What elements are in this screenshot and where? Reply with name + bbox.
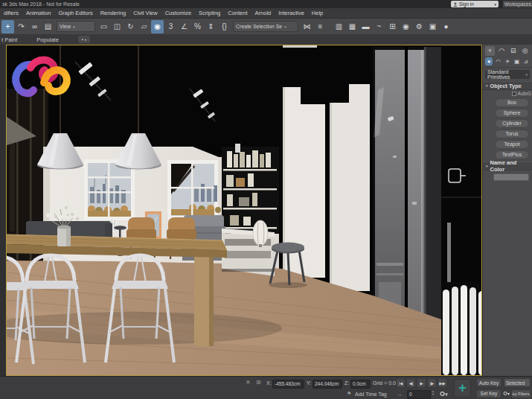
menu-item[interactable]: Help [308,8,327,18]
selection-lock-icon[interactable]: ✕ [246,379,251,386]
ribbon-tab[interactable]: t Paint [1,36,17,43]
workspaces-button[interactable]: Workspaces: D [503,1,532,7]
x-label: X: [266,380,272,386]
primitive-button[interactable]: Sphere [495,109,529,118]
primitive-button[interactable]: Box [495,98,529,107]
create-tab-icon[interactable]: + [485,46,495,56]
menu-item[interactable]: Animation [22,8,54,18]
set-key-button[interactable]: Set Key [476,389,501,398]
key-filter-icon[interactable] [503,390,510,397]
caret-down-icon: ▾ [85,38,86,42]
frame-spinner[interactable]: ▴▾ [432,390,434,396]
menu-item[interactable]: Arnold [251,8,275,18]
name-color-rollout[interactable]: ▾ Name and Color [483,162,532,170]
menu-item[interactable]: Content [224,8,251,18]
next-frame-icon[interactable]: |▶ [427,378,437,388]
mirror-icon[interactable]: ⋈ [301,20,313,33]
menu-item[interactable]: Rendering [97,8,130,18]
perspective-viewport[interactable] [6,45,482,376]
reference-coordinate-dropdown[interactable]: View ▾ [57,21,95,32]
geometry-category-icon[interactable]: ● [485,57,493,66]
percent-snap-icon[interactable]: % [191,20,204,33]
select-and-move-icon[interactable]: + [1,20,14,33]
select-by-name-icon[interactable]: ▤ [42,20,54,33]
curve-editor-icon[interactable]: ~ [373,20,385,33]
align-icon[interactable]: ≡ [314,20,327,33]
primitive-button[interactable]: Torus [495,130,529,138]
rendered-frame-icon[interactable]: ▣ [426,20,439,33]
window-crossing-icon[interactable]: ◫ [111,20,124,33]
create-selection-set-dropdown[interactable]: Create Selection Se ▾ [233,21,298,32]
select-and-link-icon[interactable]: ∞ [28,20,41,33]
x-coordinate-field[interactable]: -455.483cm [272,380,304,389]
autogrid-row: AutoG [483,90,532,97]
hierarchy-tab-icon[interactable]: ⊟ [509,46,519,56]
spinner-snap-icon[interactable]: ⇕ [205,20,217,33]
caret-down-icon: ▾ [73,25,75,29]
primitive-button[interactable]: Cylinder [495,119,529,128]
select-and-scale-icon[interactable]: ▱ [138,20,150,33]
redo-icon[interactable]: ↷ [15,20,28,33]
cameras-category-icon[interactable]: ▣ [513,57,520,66]
key-filters-button[interactable]: Key Filters... [511,389,531,398]
caret-down-icon: ▾ [284,25,286,29]
z-coordinate-field[interactable]: 0.0cm [350,380,371,389]
use-pivot-icon[interactable]: ◉ [151,20,164,33]
selection-region-icon[interactable]: ▭ [97,20,110,33]
material-editor-icon[interactable]: ◉ [400,20,412,33]
autogrid-label: AutoG [518,91,531,96]
y-coordinate-field[interactable]: 244.046cm [313,380,342,389]
absolute-mode-icon[interactable]: ⊞ [256,379,261,386]
current-frame-field[interactable]: 0 [407,390,431,399]
menu-item[interactable]: difiers [0,8,22,18]
dock-strip [0,45,6,376]
status-bar: ✕ ⊞ X: -455.483cm Y: 244.046cm Z: 0.0cm … [0,376,532,399]
wardrobe[interactable] [373,47,441,328]
ribbon-tab[interactable]: Populate [36,36,59,43]
lights-category-icon[interactable]: ☀ [504,57,511,66]
bookshelf[interactable] [222,147,279,234]
add-time-tag[interactable]: Add Time Tag [355,392,387,397]
teal-plus-icon[interactable]: + [454,379,471,398]
go-to-start-icon[interactable]: |◀ [396,378,406,388]
window-right[interactable] [167,160,221,220]
key-mode-icon[interactable] [440,390,449,398]
angle-snap-icon[interactable]: ∠ [178,20,190,33]
menu-item[interactable]: Scripting [195,8,224,18]
menu-item[interactable]: Interactive [275,8,308,18]
select-and-rotate-icon[interactable]: ↻ [124,20,137,33]
modify-tab-icon[interactable]: ◠ [497,46,507,56]
render-setup-icon[interactable]: ⚙ [413,20,426,33]
main-toolbar: +↷∞▤ View ▾ ▭◫↻▱◉3∠%⇕{} Create Selection… [0,18,532,34]
autogrid-checkbox[interactable] [512,92,516,96]
object-type-rollout[interactable]: ▾ Object Type [483,81,532,90]
layer-explorer-icon[interactable]: ▦ [346,20,359,33]
scene-explorer-icon[interactable]: ▥ [333,20,345,33]
play-icon[interactable]: ▶ [417,378,426,388]
ribbon-media-dropdown[interactable]: ▪ ▾ [78,36,90,43]
previous-frame-icon[interactable]: ◀| [406,378,416,388]
primitive-button[interactable]: TextPlus [495,150,529,159]
render-icon[interactable]: ● [440,20,452,33]
time-arrows-icon[interactable]: ↔ [397,391,403,398]
primitive-button[interactable]: Teapot [495,140,529,149]
ribbon-toggle-icon[interactable]: ▬ [359,20,372,33]
named-selection-sets-icon[interactable]: {} [218,20,231,33]
shapes-category-icon[interactable]: ◠ [494,57,501,66]
menu-item[interactable]: Graph Editors [54,8,96,18]
primitives-dropdown[interactable]: Standard Primitives ▾ [485,70,530,79]
y-label: Y: [307,380,311,386]
snaps-toggle-icon[interactable]: 3 [164,20,177,33]
motion-tab-icon[interactable]: ◎ [520,46,530,56]
selection-set-dropdown[interactable]: Selected [504,378,531,387]
go-to-end-icon[interactable]: ▶▶ [438,378,447,388]
menu-item[interactable]: Customize [161,8,195,18]
schematic-view-icon[interactable]: ⊞ [386,20,399,33]
helpers-category-icon[interactable]: ⊿ [522,57,530,66]
menu-item[interactable]: Civil View [129,8,161,18]
object-name-field[interactable] [493,173,529,181]
sign-in-button[interactable]: Sign in ▾ [451,1,499,7]
menu-bar: difiersAnimationGraph EditorsRenderingCi… [0,8,532,18]
command-panel: +◠⊟◎ ●◠☀▣⊿ Standard Primitives ▾ ▾ Objec… [482,45,532,376]
auto-key-button[interactable]: Auto Key [476,378,501,387]
